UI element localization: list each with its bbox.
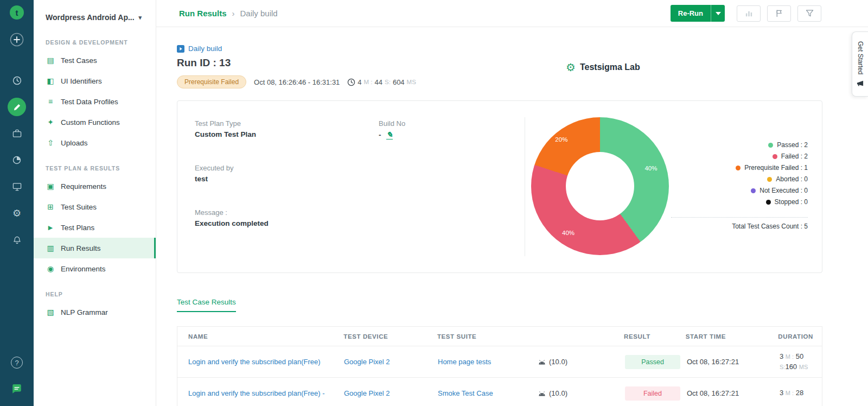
legend-dot-passed <box>768 143 773 148</box>
breadcrumb-run-results-link[interactable]: Run Results <box>179 9 227 18</box>
sidebar-item-custom-functions[interactable]: ✦ Custom Functions <box>34 112 156 132</box>
briefcase-icon[interactable] <box>8 124 26 143</box>
legend-item-passed: Passed : 2 <box>768 141 808 149</box>
main-area: Run Results › Daily build Re-Run <box>156 0 868 406</box>
sidebar-item-label: Test Suites <box>61 203 97 211</box>
duration-cell: 3 M : 50 S:160 MS <box>780 352 822 372</box>
edit-pencil-icon[interactable] <box>8 98 26 116</box>
legend-item-aborted: Aborted : 0 <box>767 175 808 183</box>
sidebar-item-ui-identifiers[interactable]: ◧ UI Identifiers <box>34 71 156 91</box>
test-case-results-table: NAME TEST DEVICE TEST SUITE RESULT START… <box>177 326 822 406</box>
table-row[interactable]: Login and verify the subscribed plan(Fre… <box>177 346 822 378</box>
detail-build-no: Build No - ✎ <box>379 119 405 139</box>
start-time: Oct 08, 16:27:21 <box>687 358 780 366</box>
testsigma-logo-icon[interactable]: t <box>10 5 24 20</box>
monitor-icon[interactable] <box>8 177 26 196</box>
sidebar-item-test-plans[interactable]: ▶ Test Plans <box>34 217 156 238</box>
icon-rail: t ⚙ ? <box>0 0 34 406</box>
pie-chart-icon[interactable] <box>8 151 26 169</box>
test-device-link[interactable]: Google Pixel 2 <box>344 358 390 366</box>
sidebar-item-label: Uploads <box>61 139 88 147</box>
os-version: (10.0) <box>549 389 567 397</box>
status-badge: Prerequisite Failed <box>177 75 246 88</box>
legend-text: Failed : 2 <box>781 153 808 160</box>
sidebar-item-requirements[interactable]: ▣ Requirements <box>34 176 156 196</box>
legend-text: Prerequisite Failed : 1 <box>744 164 808 172</box>
table-row[interactable]: Login and verify the subscribed plan(Fre… <box>177 378 822 406</box>
topbar: Run Results › Daily build Re-Run <box>156 0 868 27</box>
get-started-tab[interactable]: Get Started <box>852 31 868 97</box>
chart-export-button[interactable] <box>737 5 761 22</box>
detail-test-plan-type: Test Plan Type Custom Test Plan <box>195 119 269 138</box>
sidebar-item-test-cases[interactable]: ▤ Test Cases <box>34 50 156 71</box>
breadcrumb-chevron-icon: › <box>232 9 235 18</box>
add-button[interactable] <box>8 30 26 49</box>
col-duration: DURATION <box>778 333 822 340</box>
test-case-name-link[interactable]: Login and verify the subscribed plan(Fre… <box>188 389 324 397</box>
settings-gear-icon[interactable]: ⚙ <box>8 204 26 223</box>
sidebar-item-test-data-profiles[interactable]: ≡ Test Data Profiles <box>34 91 156 112</box>
edit-build-no-icon[interactable]: ✎ <box>386 130 393 139</box>
sidebar-item-label: Environments <box>61 265 106 273</box>
sidebar-item-label: Test Data Profiles <box>61 98 118 106</box>
uploads-icon: ⇧ <box>46 138 55 147</box>
legend-dot-aborted <box>767 177 772 182</box>
flag-report-button[interactable] <box>767 5 791 22</box>
col-start-time: START TIME <box>686 333 778 340</box>
sidebar-item-uploads[interactable]: ⇧ Uploads <box>34 132 156 153</box>
testsigma-lab-gear-icon: ⚙ <box>566 61 576 74</box>
rerun-dropdown-caret[interactable] <box>711 5 725 22</box>
section-test-plan-results: TEST PLAN & RESULTS <box>46 165 156 172</box>
test-plan-type-label: Test Plan Type <box>195 119 269 128</box>
result-badge: Passed <box>625 355 680 369</box>
chat-support-icon[interactable] <box>8 380 26 398</box>
sidebar-item-run-results[interactable]: ▥ Run Results <box>34 238 156 258</box>
donut-label-failed: 40% <box>562 230 575 236</box>
rerun-button[interactable]: Re-Run <box>671 5 711 22</box>
duration-millis: 604 <box>393 78 405 86</box>
duration-cell: 3 M : 28 <box>780 388 822 398</box>
help-icon[interactable]: ? <box>8 353 26 372</box>
message-value: Execution completed <box>195 219 269 227</box>
project-name: Wordpress Android Ap... <box>46 13 135 22</box>
dashboard-clock-icon[interactable] <box>8 71 26 90</box>
run-results-content: Daily build Run ID : 13 Prerequisite Fai… <box>156 27 868 406</box>
run-meta-row: Prerequisite Failed Oct 08, 16:26:46 - 1… <box>177 75 868 88</box>
donut-label-passed: 40% <box>644 165 657 172</box>
test-plans-icon: ▶ <box>46 224 55 231</box>
sidebar-item-environments[interactable]: ◉ Environments <box>34 258 156 279</box>
daily-build-link[interactable]: Daily build <box>177 45 222 53</box>
legend-item-not-executed: Not Executed : 0 <box>751 187 808 194</box>
legend-dot-prereq-failed <box>736 166 741 170</box>
sidebar-item-label: Requirements <box>61 182 106 191</box>
ui-identifiers-icon: ◧ <box>46 77 55 85</box>
sidebar-item-nlp-grammar[interactable]: ▧ NLP Grammar <box>34 302 156 322</box>
sidebar: Wordpress Android Ap... ▾ DESIGN & DEVEL… <box>34 0 156 406</box>
detail-message: Message : Execution completed <box>195 208 269 227</box>
filter-button[interactable] <box>797 5 821 22</box>
test-suite-link[interactable]: Home page tests <box>438 358 491 366</box>
executed-by-value: test <box>195 175 269 183</box>
breadcrumb: Run Results › Daily build <box>179 9 278 18</box>
result-badge: Failed <box>625 386 680 401</box>
project-selector[interactable]: Wordpress Android Ap... ▾ <box>34 0 156 27</box>
sidebar-item-label: Test Plans <box>61 224 94 232</box>
table-header-row: NAME TEST DEVICE TEST SUITE RESULT START… <box>177 327 822 346</box>
card-divider <box>525 117 525 256</box>
run-summary-card: Test Plan Type Custom Test Plan Executed… <box>177 100 822 273</box>
legend-item-stopped: Stopped : 0 <box>766 198 808 206</box>
test-suite-link[interactable]: Smoke Test Case <box>438 389 493 397</box>
test-case-name-link[interactable]: Login and verify the subscribed plan(Fre… <box>188 358 321 366</box>
legend-item-prereq-failed: Prerequisite Failed : 1 <box>736 164 808 172</box>
chevron-down-icon: ▾ <box>139 14 142 21</box>
notifications-bell-icon[interactable] <box>8 231 26 249</box>
testsigma-lab-label: ⚙ Testsigma Lab <box>566 61 640 74</box>
results-tabs: Test Case Results <box>177 297 868 312</box>
run-duration: 4 M : 44 S:604 MS <box>347 78 416 86</box>
test-device-link[interactable]: Google Pixel 2 <box>344 389 390 397</box>
tab-test-case-results[interactable]: Test Case Results <box>177 298 236 312</box>
duration-seconds-unit: S: <box>385 79 391 85</box>
sidebar-item-test-suites[interactable]: ⊞ Test Suites <box>34 196 156 217</box>
megaphone-icon <box>857 80 864 87</box>
run-time-range: Oct 08, 16:26:46 - 16:31:31 <box>254 78 340 86</box>
